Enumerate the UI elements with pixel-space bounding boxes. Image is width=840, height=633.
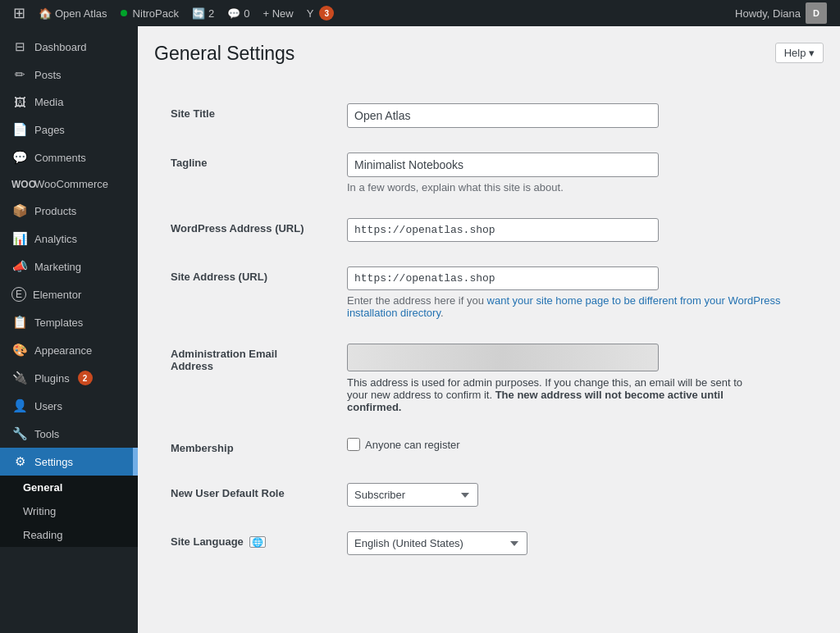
- sidebar-item-comments[interactable]: 💬 Comments: [0, 143, 138, 171]
- sidebar-item-marketing[interactable]: 📣 Marketing: [0, 253, 138, 280]
- default-role-select[interactable]: Subscriber Contributor Author Editor Adm…: [347, 483, 478, 507]
- admin-email-row: Administration Email Address This addres…: [154, 331, 824, 426]
- yoast-badge: 3: [319, 6, 334, 20]
- tagline-row: Tagline In a few words, explain what thi…: [154, 140, 824, 206]
- users-icon: 👤: [11, 398, 28, 413]
- membership-row: Membership Anyone can register: [154, 426, 824, 471]
- tools-icon: 🔧: [11, 426, 28, 441]
- adminbar-updates[interactable]: 🔄 2: [185, 0, 221, 26]
- sidebar-item-elementor[interactable]: E Elementor: [0, 280, 138, 308]
- adminbar-nitropack[interactable]: NitroPack: [114, 0, 185, 26]
- plugins-badge: 2: [78, 371, 93, 385]
- nitropack-status-dot: [121, 10, 127, 16]
- settings-icon: ⚙: [11, 454, 28, 469]
- marketing-icon: 📣: [11, 259, 28, 274]
- adminbar-site-name[interactable]: 🏠 Open Atlas: [32, 0, 114, 26]
- default-role-row: New User Default Role Subscriber Contrib…: [154, 471, 824, 519]
- pages-icon: 📄: [11, 122, 28, 137]
- submenu-item-writing[interactable]: Writing: [0, 499, 138, 523]
- page-title: General Settings: [154, 43, 294, 65]
- tagline-input[interactable]: [347, 153, 659, 177]
- main-content: General Settings Help ▾ Site Title Tagli…: [138, 26, 840, 633]
- comments-icon: 💬: [11, 150, 28, 165]
- membership-label: Membership: [171, 442, 234, 454]
- wp-address-row: WordPress Address (URL): [154, 206, 824, 254]
- adminbar-wp-logo[interactable]: ⊞: [7, 0, 32, 26]
- adminbar-yoast[interactable]: Y 3: [300, 0, 341, 26]
- site-language-row: Site Language 🌐 English (United States) …: [154, 519, 824, 567]
- adminbar-new[interactable]: + New: [256, 0, 299, 26]
- admin-bar: ⊞ 🏠 Open Atlas NitroPack 🔄 2 💬 0 + New Y…: [0, 0, 840, 26]
- adminbar-comments[interactable]: 💬 0: [221, 0, 256, 26]
- site-address-input[interactable]: [347, 266, 659, 290]
- templates-icon: 📋: [11, 315, 28, 330]
- tagline-hint: In a few words, explain what this site i…: [347, 181, 811, 194]
- sidebar-item-dashboard[interactable]: ⊟ Dashboard: [0, 33, 138, 61]
- sidebar-item-posts[interactable]: ✏ Posts: [0, 61, 138, 89]
- products-icon: 📦: [11, 203, 28, 218]
- submenu-item-general[interactable]: General: [0, 476, 138, 499]
- sidebar-item-tools[interactable]: 🔧 Tools: [0, 420, 138, 448]
- plugins-icon: 🔌: [11, 371, 28, 385]
- sidebar-item-analytics[interactable]: 📊 Analytics: [0, 225, 138, 253]
- media-icon: 🖼: [11, 95, 28, 109]
- adminbar-howdy[interactable]: Howdy, Diana D: [728, 2, 833, 24]
- elementor-icon: E: [11, 287, 26, 302]
- membership-checkbox-label[interactable]: Anyone can register: [365, 439, 460, 451]
- settings-submenu: General Writing Reading: [0, 476, 138, 547]
- admin-email-label: Administration Email Address: [171, 348, 277, 372]
- sidebar-item-templates[interactable]: 📋 Templates: [0, 308, 138, 336]
- wp-address-label: WordPress Address (URL): [171, 222, 304, 235]
- sidebar-item-pages[interactable]: 📄 Pages: [0, 116, 138, 143]
- sidebar-item-woocommerce[interactable]: WOO WooCommerce: [0, 171, 138, 197]
- site-title-label: Site Title: [171, 107, 215, 120]
- admin-email-note: This address is used for admin purposes.…: [347, 376, 757, 413]
- dashboard-icon: ⊟: [11, 39, 28, 54]
- sidebar: ⊟ Dashboard ✏ Posts 🖼 Media 📄 Pages 💬 Co…: [0, 26, 138, 633]
- settings-active-arrow: [133, 448, 138, 476]
- tagline-label: Tagline: [171, 157, 208, 169]
- sidebar-item-plugins[interactable]: 🔌 Plugins 2: [0, 364, 138, 392]
- sidebar-item-users[interactable]: 👤 Users: [0, 392, 138, 420]
- submenu-item-reading[interactable]: Reading: [0, 523, 138, 547]
- sidebar-item-media[interactable]: 🖼 Media: [0, 89, 138, 116]
- site-language-label: Site Language 🌐: [171, 535, 266, 548]
- sidebar-item-products[interactable]: 📦 Products: [0, 197, 138, 225]
- site-title-input[interactable]: [347, 103, 659, 128]
- sidebar-item-settings[interactable]: ⚙ Settings: [0, 448, 138, 476]
- user-avatar: D: [806, 2, 827, 24]
- help-button[interactable]: Help ▾: [775, 43, 824, 63]
- woocommerce-icon: WOO: [11, 179, 28, 190]
- site-language-icon: 🌐: [249, 536, 266, 548]
- appearance-icon: 🎨: [11, 343, 28, 357]
- default-role-label: New User Default Role: [171, 487, 285, 499]
- site-address-label: Site Address (URL): [171, 271, 267, 283]
- sidebar-item-appearance[interactable]: 🎨 Appearance: [0, 336, 138, 364]
- membership-checkbox-row: Anyone can register: [347, 438, 811, 451]
- settings-form: Site Title Tagline In a few words, expla…: [154, 91, 824, 567]
- wp-address-input[interactable]: [347, 218, 659, 242]
- site-address-row: Site Address (URL) Enter the address her…: [154, 254, 824, 331]
- posts-icon: ✏: [11, 67, 28, 82]
- analytics-icon: 📊: [11, 231, 28, 246]
- site-language-select[interactable]: English (United States) English (UK) Spa…: [347, 531, 527, 555]
- site-title-row: Site Title: [154, 91, 824, 140]
- admin-email-blurred: [347, 344, 659, 371]
- membership-checkbox[interactable]: [347, 438, 360, 451]
- site-address-hint: Enter the address here if you want your …: [347, 294, 811, 319]
